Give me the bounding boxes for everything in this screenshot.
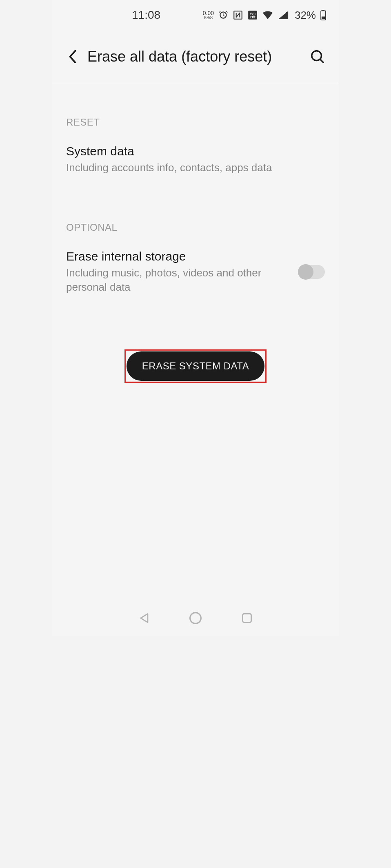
- svg-text:LTE: LTE: [250, 15, 255, 19]
- erase-button-container: ERASE SYSTEM DATA: [66, 349, 325, 383]
- svg-line-9: [320, 59, 323, 62]
- svg-marker-10: [140, 614, 147, 622]
- search-button[interactable]: [309, 48, 327, 66]
- section-header-reset: RESET: [66, 117, 325, 128]
- nav-recent-button[interactable]: [239, 610, 255, 626]
- erase-storage-toggle[interactable]: [298, 265, 325, 279]
- volte-icon: Vo)) LTE: [247, 10, 258, 20]
- status-icons: 0.00 KB/S Vo)) LTE: [203, 9, 327, 22]
- svg-rect-7: [322, 17, 325, 20]
- content-area: RESET System data Including accounts inf…: [52, 117, 339, 383]
- setting-description: Including accounts info, contacts, apps …: [66, 161, 325, 175]
- setting-erase-storage[interactable]: Erase internal storage Including music, …: [66, 250, 325, 294]
- nfc-icon: [233, 10, 243, 20]
- nav-home-button[interactable]: [187, 610, 204, 626]
- svg-text:Vo)): Vo)): [250, 12, 256, 15]
- battery-percentage: 32%: [295, 9, 316, 22]
- back-button[interactable]: [64, 49, 81, 65]
- page-title: Erase all data (factory reset): [87, 48, 309, 65]
- svg-text:x: x: [285, 11, 288, 15]
- erase-system-data-button[interactable]: ERASE SYSTEM DATA: [127, 351, 264, 381]
- setting-title: Erase internal storage: [66, 250, 290, 263]
- setting-system-data[interactable]: System data Including accounts info, con…: [66, 144, 325, 175]
- alarm-icon: [218, 10, 229, 20]
- toggle-knob: [298, 264, 313, 280]
- status-bar: 11:08 0.00 KB/S Vo)): [52, 0, 339, 30]
- nav-back-button[interactable]: [136, 610, 153, 626]
- status-time: 11:08: [132, 9, 160, 22]
- battery-icon: [320, 10, 327, 20]
- svg-point-11: [190, 613, 201, 624]
- navigation-bar: [52, 606, 339, 630]
- setting-description: Including music, photos, videos and othe…: [66, 266, 290, 294]
- wifi-icon: [262, 11, 273, 20]
- phone-screen: 11:08 0.00 KB/S Vo)): [52, 0, 339, 636]
- highlight-box: ERASE SYSTEM DATA: [124, 349, 267, 383]
- section-header-optional: OPTIONAL: [66, 222, 325, 233]
- signal-icon: x: [278, 11, 289, 20]
- setting-title: System data: [66, 144, 325, 158]
- svg-rect-12: [242, 614, 251, 623]
- network-speed: 0.00 KB/S: [203, 10, 214, 20]
- page-header: Erase all data (factory reset): [52, 30, 339, 83]
